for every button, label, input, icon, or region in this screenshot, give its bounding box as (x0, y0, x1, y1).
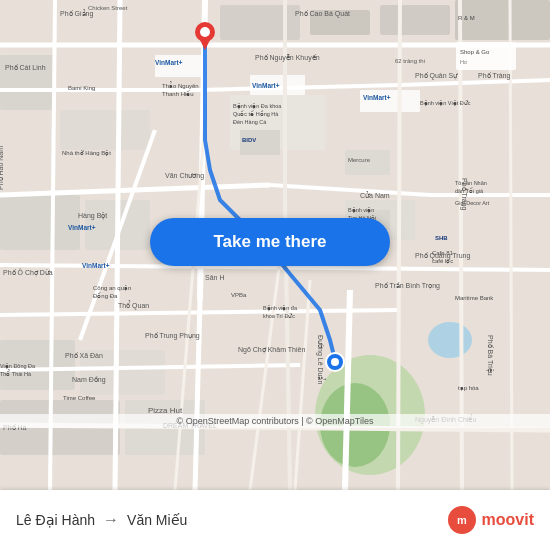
svg-text:Đèn Hàng Cá: Đèn Hàng Cá (233, 119, 267, 125)
svg-text:Nam Đồng: Nam Đồng (72, 376, 106, 384)
route-from: Lê Đại Hành (16, 512, 95, 528)
svg-text:Bệnh viện: Bệnh viện (348, 207, 374, 214)
svg-text:Đường Lê Duẩn: Đường Lê Duẩn (316, 335, 326, 384)
svg-text:Chicken Street: Chicken Street (88, 5, 128, 11)
svg-rect-5 (220, 5, 300, 40)
svg-text:Văn Chương: Văn Chương (165, 172, 204, 180)
svg-text:Thổ Thái Hà: Thổ Thái Hà (0, 369, 32, 377)
svg-text:Cafe 81: Cafe 81 (432, 250, 454, 256)
svg-point-118 (200, 27, 210, 37)
svg-rect-19 (0, 195, 80, 250)
svg-text:Gigi Decor Art: Gigi Decor Art (455, 200, 490, 206)
svg-text:VinMart+: VinMart+ (82, 262, 110, 269)
bottom-bar: Lê Đại Hành → Văn Miếu m moovit (0, 490, 550, 550)
svg-text:BIDV: BIDV (242, 137, 256, 143)
svg-text:tạp hóa: tạp hóa (458, 385, 479, 392)
moovit-logo: m moovit (448, 506, 534, 534)
route-info: Lê Đại Hành → Văn Miếu (16, 511, 187, 529)
svg-text:R & M: R & M (458, 15, 475, 21)
svg-text:Phố Cát Linh: Phố Cát Linh (5, 64, 46, 71)
svg-text:Phố Hào Nam: Phố Hào Nam (0, 146, 4, 190)
svg-text:Phố Trung Phụng: Phố Trung Phụng (145, 332, 200, 340)
svg-text:café lọc: café lọc (432, 258, 453, 265)
svg-text:Thanh Hiếu: Thanh Hiếu (162, 90, 194, 97)
svg-text:Ngõ Chợ Khâm Thiên: Ngõ Chợ Khâm Thiên (238, 346, 305, 354)
route-to: Văn Miếu (127, 512, 187, 528)
svg-text:Bệnh viện đa: Bệnh viện đa (263, 305, 298, 312)
svg-text:Quốc tế Hồng Hà: Quốc tế Hồng Hà (233, 110, 279, 117)
moovit-brand-name: moovit (482, 511, 534, 529)
svg-text:VinMart+: VinMart+ (68, 224, 96, 231)
svg-text:Phố Cao Bá Quát: Phố Cao Bá Quát (295, 10, 350, 18)
svg-text:Bệnh viện Đa khoa: Bệnh viện Đa khoa (233, 103, 282, 110)
svg-rect-7 (380, 5, 450, 35)
moovit-icon: m (448, 506, 476, 534)
svg-text:Ho: Ho (460, 59, 467, 65)
svg-point-121 (331, 358, 339, 366)
svg-text:VinMart+: VinMart+ (155, 59, 183, 66)
svg-text:Thảo Nguyên: Thảo Nguyên (162, 81, 199, 89)
svg-text:Mercure: Mercure (348, 157, 371, 163)
svg-text:Phố Ô Chợ Dừa: Phố Ô Chợ Dừa (3, 268, 53, 277)
svg-text:Phố Bà Triệu: Phố Bà Triệu (486, 335, 494, 376)
route-arrow: → (103, 511, 119, 529)
svg-text:Phố Trần Bình Trọng: Phố Trần Bình Trọng (375, 282, 440, 290)
svg-text:Viện Đông Đa: Viện Đông Đa (0, 363, 36, 370)
svg-text:Bệnh viện Việt Đức: Bệnh viện Việt Đức (420, 100, 471, 107)
svg-point-4 (428, 322, 472, 358)
take-me-there-button[interactable]: Take me there (150, 218, 390, 266)
svg-text:Hàng Bột: Hàng Bột (78, 212, 107, 220)
svg-text:Phố Quân Sự: Phố Quân Sự (415, 72, 458, 80)
svg-text:Công an quận: Công an quận (93, 285, 131, 292)
svg-text:Nhà thờ Hàng Bột: Nhà thờ Hàng Bột (62, 150, 111, 157)
svg-rect-18 (60, 110, 150, 150)
svg-text:Maritime Bank: Maritime Bank (455, 295, 494, 301)
svg-rect-98 (456, 42, 516, 70)
svg-text:Phố Xã Đàn: Phố Xã Đàn (65, 352, 103, 359)
svg-text:SHB: SHB (435, 235, 448, 241)
svg-text:VinMart+: VinMart+ (252, 82, 280, 89)
svg-text:Sân H: Sân H (205, 274, 224, 281)
svg-text:62 tràng thi: 62 tràng thi (395, 58, 425, 64)
svg-text:VinMart+: VinMart+ (363, 94, 391, 101)
map-attribution: © OpenStreetMap contributors | © OpenMap… (0, 414, 550, 428)
svg-text:Tòa án Nhân: Tòa án Nhân (455, 180, 487, 186)
svg-text:dân Tối giá: dân Tối giá (455, 187, 484, 194)
svg-text:Đống Đa: Đống Đa (93, 292, 118, 299)
svg-text:m: m (457, 514, 467, 526)
svg-text:Phố Nguyễn Khuyến: Phố Nguyễn Khuyến (255, 54, 320, 62)
svg-text:Bami King: Bami King (68, 85, 95, 91)
svg-text:Phố Tràng: Phố Tràng (478, 72, 511, 80)
svg-text:VPBa: VPBa (231, 292, 247, 298)
svg-text:Cửa Nam: Cửa Nam (360, 191, 390, 199)
svg-text:Time Coffee: Time Coffee (63, 395, 96, 401)
svg-text:Shop & Go: Shop & Go (460, 49, 490, 55)
map-container: Phố Giảng Phố Cát Linh Phố Hào Nam Phố C… (0, 0, 550, 490)
svg-text:khoa Trí Đức: khoa Trí Đức (263, 313, 295, 319)
svg-text:Thổ Quan: Thổ Quan (118, 300, 149, 310)
